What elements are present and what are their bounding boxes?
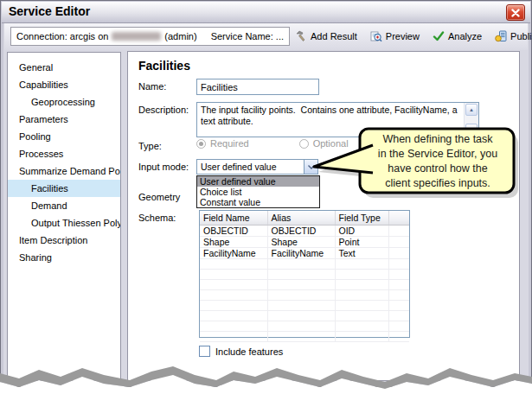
table-row-empty	[200, 289, 409, 300]
cell-field-type: OID	[335, 225, 388, 236]
table-row-empty	[200, 310, 409, 321]
cell-alias: Shape	[267, 236, 335, 247]
name-input[interactable]	[196, 79, 319, 95]
scroll-down-button[interactable]: ▼	[465, 124, 478, 136]
sidebar-item-geoprocessing[interactable]: Geoprocessing	[8, 93, 120, 111]
input-mode-select[interactable]: User defined value	[196, 159, 318, 175]
sidebar-item-summarize-demand-points[interactable]: Summarize Demand Points By	[8, 162, 120, 180]
sidebar-item-facilities[interactable]: Facilities	[8, 180, 120, 197]
dropdown-option-constant-value[interactable]: Constant value	[197, 197, 319, 207]
sidebar-item-general[interactable]: General	[8, 59, 120, 76]
table-row-empty	[200, 258, 409, 269]
schema-col-extra	[388, 211, 409, 225]
include-features-checkbox[interactable]	[199, 346, 210, 357]
chevron-down-icon	[308, 165, 315, 169]
service-name-label: Service Name: ...	[211, 31, 284, 41]
schema-col-field-type[interactable]: Field Type	[335, 211, 388, 225]
type-field-label: Type:	[138, 141, 162, 151]
window-title: Service Editor	[9, 4, 90, 18]
radio-optional-icon	[299, 139, 309, 149]
connection-suffix: (admin)	[164, 31, 196, 41]
table-row-empty	[200, 300, 409, 310]
schema-col-alias[interactable]: Alias	[267, 211, 335, 225]
analyze-button[interactable]: Analyze	[433, 31, 482, 41]
page-title: Facilities	[138, 59, 190, 73]
publish-icon	[495, 30, 507, 42]
radio-optional-label: Optional	[313, 138, 349, 149]
toolbar-buttons: Add Result Preview	[295, 27, 524, 46]
description-text: The input facility points. Contains one …	[201, 105, 462, 135]
sidebar-item-parameters[interactable]: Parameters	[8, 111, 120, 128]
analyze-label: Analyze	[448, 31, 482, 41]
main-panel: Facilities Name: Description: The input …	[127, 51, 520, 381]
sidebar-item-processes[interactable]: Processes	[8, 145, 120, 162]
radio-required[interactable]: Required	[196, 138, 249, 149]
sidebar-item-pooling[interactable]: Pooling	[8, 128, 120, 145]
publish-label: Publish	[510, 31, 532, 41]
schema-header-row: Field Name Alias Field Type	[200, 211, 409, 225]
dropdown-button[interactable]	[304, 160, 317, 174]
schema-field-label: Schema:	[138, 213, 176, 223]
toolbar: Connection: arcgis on (admin) Service Na…	[4, 23, 528, 50]
include-features-label: Include features	[215, 346, 283, 357]
cell-field-type: Text	[335, 247, 388, 258]
table-row-empty	[200, 321, 409, 331]
radio-optional[interactable]: Optional	[299, 138, 349, 149]
table-row[interactable]: Shape Shape Point	[200, 236, 409, 247]
sidebar-item-capabilities[interactable]: Capabilities	[8, 76, 120, 93]
cell-field-name: OBJECTID	[200, 225, 267, 236]
add-result-button[interactable]: Add Result	[295, 30, 357, 42]
hammer-icon	[295, 30, 307, 42]
scroll-up-button[interactable]: ▲	[465, 104, 478, 116]
geometry-field-label: Geometry	[138, 192, 180, 202]
cell-field-name: FacilityName	[200, 247, 267, 258]
table-row-empty	[200, 331, 409, 341]
sidebar-item-sharing[interactable]: Sharing	[8, 249, 120, 266]
input-mode-dropdown-list: User defined value Choice list Constant …	[196, 175, 320, 208]
dropdown-option-user-defined-value[interactable]: User defined value	[197, 176, 319, 187]
add-result-label: Add Result	[311, 31, 357, 41]
publish-button[interactable]: Publish	[495, 30, 532, 42]
table-row[interactable]: FacilityName FacilityName Text	[200, 247, 409, 258]
cell-alias: OBJECTID	[267, 225, 335, 236]
magnifier-plus-icon	[370, 30, 382, 42]
include-features-row: Include features	[199, 346, 283, 357]
description-textarea[interactable]: The input facility points. Contains one …	[196, 102, 479, 137]
green-check-icon	[433, 31, 445, 41]
sidebar-item-demand[interactable]: Demand	[8, 197, 120, 214]
cell-alias: FacilityName	[267, 247, 335, 258]
description-field-label: Description:	[138, 105, 189, 115]
service-editor-window: Service Editor Connection: arcgis on (ad…	[0, 0, 532, 387]
schema-table: Field Name Alias Field Type OBJECTID OBJ…	[199, 210, 410, 338]
radio-required-label: Required	[210, 138, 249, 149]
redacted-server-name	[112, 32, 161, 41]
preview-button[interactable]: Preview	[370, 30, 420, 42]
name-field-label: Name:	[138, 81, 166, 92]
sidebar-nav: General Capabilities Geoprocessing Param…	[7, 52, 121, 381]
sidebar-item-item-description[interactable]: Item Description	[8, 232, 120, 249]
input-mode-field-label: Input mode:	[138, 162, 189, 172]
cell-field-name: Shape	[200, 236, 267, 247]
radio-required-icon	[196, 139, 206, 149]
preview-label: Preview	[386, 31, 420, 41]
table-row[interactable]: OBJECTID OBJECTID OID	[200, 225, 409, 236]
connection-info-box: Connection: arcgis on (admin) Service Na…	[10, 27, 290, 46]
connection-label: Connection: arcgis on	[16, 31, 108, 41]
title-bar: Service Editor	[2, 2, 530, 23]
close-button[interactable]	[506, 4, 525, 21]
description-scrollbar[interactable]: ▲ ▼	[464, 103, 478, 137]
sidebar-item-output-thiessen-polygons[interactable]: Output Thiessen Polygons	[8, 214, 120, 232]
table-row-empty	[200, 279, 409, 289]
cell-field-type: Point	[335, 236, 388, 247]
dropdown-option-choice-list[interactable]: Choice list	[197, 187, 319, 197]
screenshot-stage: Service Editor Connection: arcgis on (ad…	[0, 0, 532, 394]
input-mode-value: User defined value	[201, 162, 277, 172]
table-row-empty	[200, 269, 409, 279]
close-icon	[511, 9, 520, 17]
schema-col-field-name[interactable]: Field Name	[200, 211, 267, 225]
type-radio-group: Required Optional	[196, 138, 349, 149]
